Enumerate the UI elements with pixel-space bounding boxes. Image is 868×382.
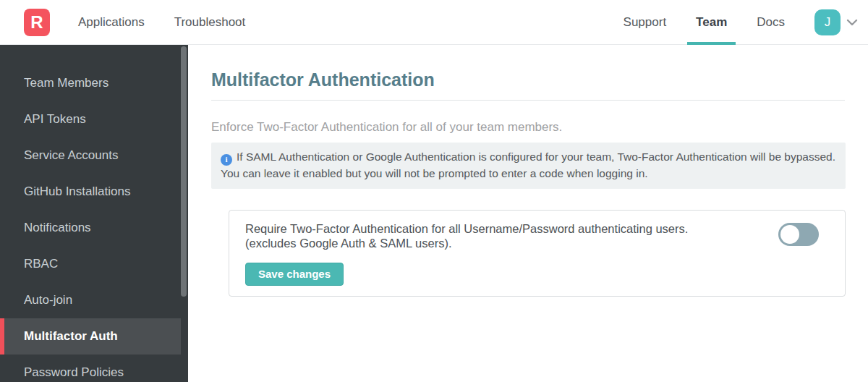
nav-item-troubleshoot[interactable]: Troubleshoot (174, 0, 246, 45)
sidebar-scrollbar[interactable] (181, 46, 187, 297)
sidebar-item-notifications[interactable]: Notifications (0, 210, 181, 246)
sidebar-item-multifactor-auth[interactable]: Multifactor Auth (0, 318, 181, 355)
main-content: Multifactor Authentication Enforce Two-F… (188, 45, 868, 382)
nav-item-team-label: Team (696, 15, 727, 30)
sidebar-item-service-accounts[interactable]: Service Accounts (0, 137, 181, 174)
top-navigation-bar: R Applications Troubleshoot Support Team… (0, 0, 868, 45)
title-divider (211, 100, 845, 101)
sidebar-item-api-tokens[interactable]: API Tokens (0, 101, 181, 137)
setting-label-line2: (excludes Google Auth & SAML users). (245, 236, 766, 250)
sidebar-item-password-policies[interactable]: Password Policies (0, 355, 181, 382)
active-tab-underline (687, 42, 736, 45)
rollbar-logo[interactable]: R (24, 9, 50, 36)
two-factor-toggle[interactable] (778, 223, 819, 246)
nav-item-docs[interactable]: Docs (757, 0, 785, 45)
toggle-knob (780, 225, 799, 244)
nav-item-support[interactable]: Support (624, 0, 667, 45)
nav-item-applications[interactable]: Applications (78, 0, 145, 45)
save-changes-button[interactable]: Save changes (245, 263, 344, 286)
primary-nav: Applications Troubleshoot (78, 0, 245, 45)
secondary-nav: Support Team Docs (624, 0, 785, 45)
info-icon: i (221, 154, 232, 166)
setting-label: Require Two-Factor Authentication for al… (245, 221, 766, 250)
chevron-down-icon[interactable] (843, 14, 861, 31)
sidebar-item-github-installations[interactable]: GitHub Installations (0, 174, 181, 210)
info-banner: iIf SAML Authentication or Google Authen… (211, 143, 846, 189)
page-title: Multifactor Authentication (211, 69, 868, 90)
setting-label-line1: Require Two-Factor Authentication for al… (245, 221, 766, 236)
two-factor-setting-card: Require Two-Factor Authentication for al… (229, 210, 846, 297)
nav-item-team[interactable]: Team (696, 0, 727, 45)
sidebar-item-team-members[interactable]: Team Members (0, 65, 181, 101)
page-description: Enforce Two-Factor Authentication for al… (211, 120, 868, 135)
info-banner-text: If SAML Authentication or Google Authent… (221, 150, 835, 179)
sidebar-item-auto-join[interactable]: Auto-join (0, 282, 181, 318)
user-avatar[interactable]: J (814, 9, 841, 35)
settings-sidebar: Team Members API Tokens Service Accounts… (0, 45, 188, 382)
sidebar-item-rbac[interactable]: RBAC (0, 246, 181, 282)
